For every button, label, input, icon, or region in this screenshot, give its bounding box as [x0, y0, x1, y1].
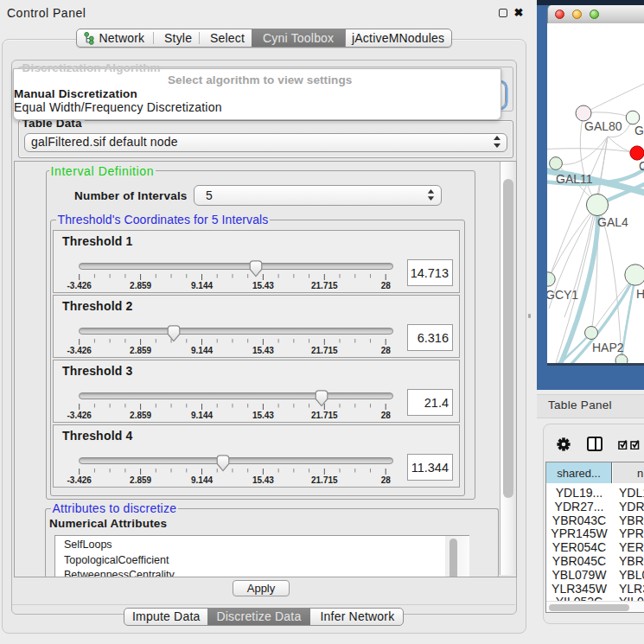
svg-text:GAL4: GAL4 [597, 215, 628, 229]
svg-text:GCY1: GCY1 [547, 288, 578, 302]
svg-text:C: C [639, 159, 644, 173]
svg-text:GA: GA [634, 124, 644, 137]
svg-text:GAL80: GAL80 [584, 119, 622, 133]
svg-text:H: H [636, 287, 644, 301]
svg-text:HAP2: HAP2 [592, 341, 624, 354]
svg-text:GAL11: GAL11 [556, 172, 593, 186]
